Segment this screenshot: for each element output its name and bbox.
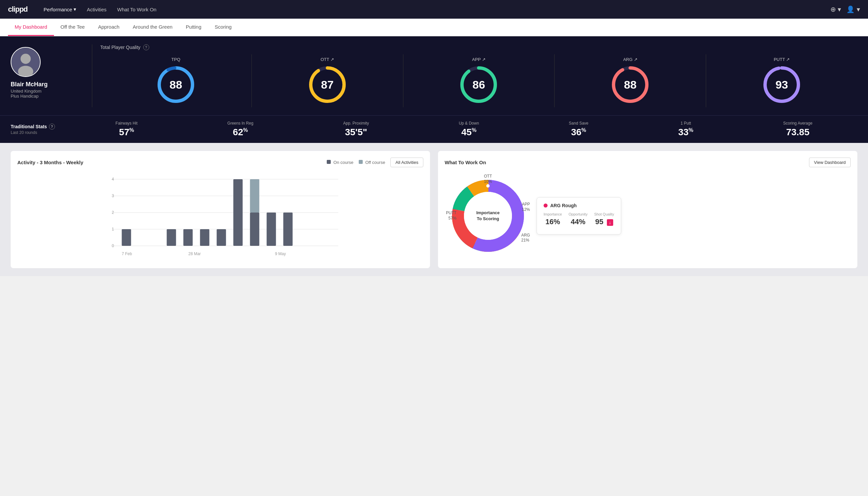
tab-putting[interactable]: Putting xyxy=(179,19,208,36)
nav-performance[interactable]: Performance ▾ xyxy=(44,6,76,12)
stat-greens-in-reg: Greens In Reg 62% xyxy=(227,121,253,138)
svg-point-48 xyxy=(486,184,490,188)
user-menu-button[interactable]: 👤 ▾ xyxy=(846,5,860,13)
tab-off-the-tee[interactable]: Off the Tee xyxy=(54,19,92,36)
chart-legend: On course Off course xyxy=(327,160,385,165)
info-card: ARG Rough Importance 16% Opportunity 44%… xyxy=(537,197,621,234)
stat-fairways-hit: Fairways Hit 57% xyxy=(115,121,138,138)
svg-rect-26 xyxy=(184,229,193,246)
info-shot-quality: Shot Quality 95 ↓ xyxy=(594,212,614,226)
svg-rect-27 xyxy=(200,229,209,246)
tabs-bar: My Dashboard Off the Tee Approach Around… xyxy=(0,19,868,36)
score-card-arg: ARG ↗ 88 xyxy=(555,54,706,107)
info-card-title: ARG Rough xyxy=(543,203,614,208)
view-dashboard-button[interactable]: View Dashboard xyxy=(809,158,851,167)
tpq-value: 88 xyxy=(170,78,182,91)
stat-1-putt: 1 Putt 33% xyxy=(678,121,693,138)
arg-value: 88 xyxy=(624,78,636,91)
ott-label: OTT10% xyxy=(484,174,492,184)
arg-ring: 88 xyxy=(610,65,650,105)
stat-items: Fairways Hit 57% Greens In Reg 62% App. … xyxy=(70,121,857,138)
svg-point-2 xyxy=(18,66,33,77)
divider xyxy=(92,44,92,107)
activity-card-header: Activity - 3 Months - Weekly On course O… xyxy=(17,158,423,167)
wtwo-card: What To Work On View Dashboard xyxy=(438,151,857,268)
trad-stats-title: Traditional Stats ? xyxy=(11,124,70,129)
info-opportunity: Opportunity 44% xyxy=(569,212,587,226)
app-label: APP12% xyxy=(522,202,530,212)
wtwo-card-header: What To Work On View Dashboard xyxy=(445,158,851,167)
scores-section: Total Player Quality ? TPQ 88 xyxy=(100,44,857,107)
logo[interactable]: clippd xyxy=(8,5,28,14)
stat-sand-save: Sand Save 36% xyxy=(569,121,588,138)
arg-score-label: ARG ↗ xyxy=(623,57,637,62)
tab-around-the-green[interactable]: Around the Green xyxy=(126,19,179,36)
main-content: Activity - 3 Months - Weekly On course O… xyxy=(0,143,868,276)
svg-rect-30 xyxy=(250,213,259,246)
trad-stats-subtitle: Last 20 rounds xyxy=(11,130,70,135)
player-country: United Kingdom xyxy=(11,89,42,94)
stat-up-down: Up & Down 45% xyxy=(459,121,479,138)
player-info: Blair McHarg United Kingdom Plus Handica… xyxy=(11,44,84,98)
shot-quality-badge: ↓ xyxy=(607,219,613,226)
score-card-ott: OTT ↗ 87 xyxy=(252,54,404,107)
tpq-help-icon[interactable]: ? xyxy=(143,44,149,50)
tab-approach[interactable]: Approach xyxy=(91,19,126,36)
putt-score-label: PUTT ↗ xyxy=(774,57,790,62)
svg-rect-31 xyxy=(250,179,259,213)
svg-text:3: 3 xyxy=(112,193,114,198)
ott-score-label: OTT ↗ xyxy=(321,57,334,62)
wtwo-card-title: What To Work On xyxy=(445,159,486,165)
tab-scoring[interactable]: Scoring xyxy=(208,19,238,36)
nav-what-to-work-on[interactable]: What To Work On xyxy=(117,7,157,12)
nav-right: ⊕ ▾ 👤 ▾ xyxy=(830,5,860,13)
app-score-label: APP ↗ xyxy=(472,57,485,62)
svg-text:2: 2 xyxy=(112,210,114,215)
on-course-legend: On course xyxy=(327,160,353,165)
traditional-stats-row: Traditional Stats ? Last 20 rounds Fairw… xyxy=(0,115,868,143)
app-value: 86 xyxy=(473,78,485,91)
svg-text:1: 1 xyxy=(112,227,114,232)
player-handicap: Plus Handicap xyxy=(11,94,38,98)
donut-center-text: ImportanceTo Scoring xyxy=(476,210,500,222)
svg-text:28 Mar: 28 Mar xyxy=(189,251,201,256)
ott-value: 87 xyxy=(321,78,334,91)
svg-rect-24 xyxy=(122,229,131,246)
red-dot-icon xyxy=(543,203,548,207)
tab-my-dashboard[interactable]: My Dashboard xyxy=(8,19,54,36)
svg-rect-32 xyxy=(267,213,276,246)
svg-rect-33 xyxy=(283,213,293,246)
tpq-label: Total Player Quality ? xyxy=(100,44,857,50)
all-activities-button[interactable]: All Activities xyxy=(390,158,423,167)
trad-stats-label: Traditional Stats ? Last 20 rounds xyxy=(11,124,70,135)
tpq-ring: 88 xyxy=(156,65,196,105)
svg-text:7 Feb: 7 Feb xyxy=(122,251,132,256)
score-cards: TPQ 88 OTT ↗ xyxy=(100,54,857,107)
svg-rect-25 xyxy=(167,229,176,246)
arg-label: ARG21% xyxy=(521,233,530,243)
putt-ring: 93 xyxy=(762,65,802,105)
avatar xyxy=(11,47,41,77)
trad-stats-help-icon[interactable]: ? xyxy=(49,124,55,129)
nav-activities[interactable]: Activities xyxy=(87,7,107,12)
off-course-legend: Off course xyxy=(359,160,385,165)
svg-point-1 xyxy=(21,53,31,64)
top-nav: clippd Performance ▾ Activities What To … xyxy=(0,0,868,19)
off-course-dot xyxy=(359,160,363,164)
wtwo-body: ImportanceTo Scoring PUTT57% ARG21% APP1… xyxy=(445,173,851,259)
score-card-app: APP ↗ 86 xyxy=(404,54,555,107)
putt-value: 93 xyxy=(775,78,788,91)
tpq-score-label: TPQ xyxy=(172,57,180,62)
svg-rect-29 xyxy=(234,179,243,246)
svg-text:9 May: 9 May xyxy=(275,251,286,256)
stat-app-proximity: App. Proximity 35'5" xyxy=(343,121,369,138)
svg-rect-28 xyxy=(217,229,226,246)
score-card-tpq: TPQ 88 xyxy=(100,54,252,107)
stat-scoring-average: Scoring Average 73.85 xyxy=(783,121,812,138)
activity-card: Activity - 3 Months - Weekly On course O… xyxy=(11,151,430,268)
putt-label: PUTT57% xyxy=(446,211,456,221)
add-button[interactable]: ⊕ ▾ xyxy=(830,5,841,13)
hero-section: Blair McHarg United Kingdom Plus Handica… xyxy=(0,36,868,115)
info-importance: Importance 16% xyxy=(543,212,562,226)
player-name: Blair McHarg xyxy=(11,81,48,88)
